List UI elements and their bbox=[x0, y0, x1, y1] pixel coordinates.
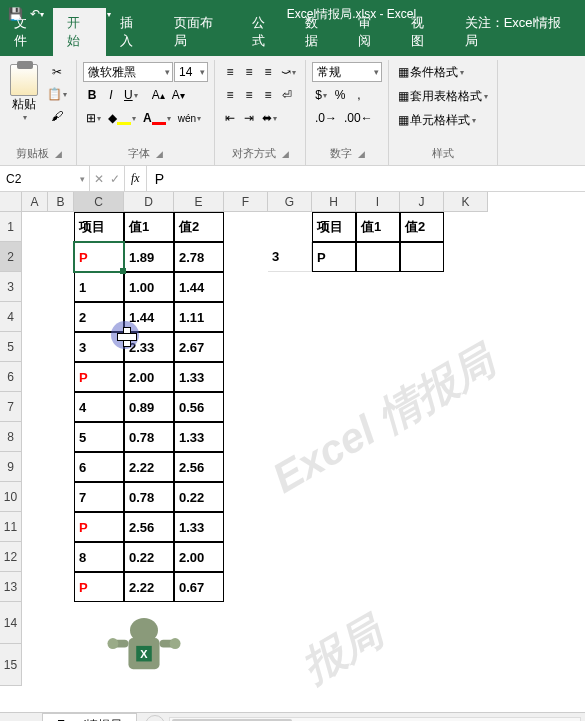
row-header-6[interactable]: 6 bbox=[0, 362, 22, 392]
border-button[interactable]: ⊞▾ bbox=[83, 108, 104, 128]
decrease-font-button[interactable]: A▾ bbox=[169, 85, 188, 105]
tab-custom[interactable]: 关注：Excel情报局 bbox=[451, 8, 585, 56]
row-header-14[interactable]: 14 bbox=[0, 602, 22, 644]
col-header-I[interactable]: I bbox=[356, 192, 400, 212]
col-header-F[interactable]: F bbox=[224, 192, 268, 212]
cell-C3[interactable]: 1 bbox=[74, 272, 124, 302]
align-center-button[interactable]: ≡ bbox=[240, 85, 258, 105]
col-header-K[interactable]: K bbox=[444, 192, 488, 212]
col-header-E[interactable]: E bbox=[174, 192, 224, 212]
bold-button[interactable]: B bbox=[83, 85, 101, 105]
sheet-nav-prev-icon[interactable]: ◀ bbox=[4, 718, 18, 722]
tab-data[interactable]: 数据 bbox=[291, 8, 344, 56]
tab-file[interactable]: 文件 bbox=[0, 8, 53, 56]
font-size-combo[interactable]: 14 bbox=[174, 62, 208, 82]
cell-E11[interactable]: 1.33 bbox=[174, 512, 224, 542]
row-header-5[interactable]: 5 bbox=[0, 332, 22, 362]
cell-E8[interactable]: 1.33 bbox=[174, 422, 224, 452]
font-name-combo[interactable]: 微软雅黑 bbox=[83, 62, 173, 82]
align-middle-button[interactable]: ≡ bbox=[240, 62, 258, 82]
cell-D1[interactable]: 值1 bbox=[124, 212, 174, 242]
cell-E6[interactable]: 1.33 bbox=[174, 362, 224, 392]
merge-button[interactable]: ⬌▾ bbox=[259, 108, 280, 128]
cell-C11[interactable]: P bbox=[74, 512, 124, 542]
italic-button[interactable]: I bbox=[102, 85, 120, 105]
row-header-1[interactable]: 1 bbox=[0, 212, 22, 242]
cell-C7[interactable]: 4 bbox=[74, 392, 124, 422]
cell-D13[interactable]: 2.22 bbox=[124, 572, 174, 602]
cell-D12[interactable]: 0.22 bbox=[124, 542, 174, 572]
increase-font-button[interactable]: A▴ bbox=[149, 85, 168, 105]
row-header-4[interactable]: 4 bbox=[0, 302, 22, 332]
align-top-button[interactable]: ≡ bbox=[221, 62, 239, 82]
clipboard-launcher-icon[interactable]: ◢ bbox=[55, 149, 62, 159]
font-color-button[interactable]: A▾ bbox=[140, 108, 174, 128]
tab-review[interactable]: 审阅 bbox=[344, 8, 397, 56]
row-header-2[interactable]: 2 bbox=[0, 242, 22, 272]
row-header-3[interactable]: 3 bbox=[0, 272, 22, 302]
tab-view[interactable]: 视图 bbox=[397, 8, 450, 56]
cell-E7[interactable]: 0.56 bbox=[174, 392, 224, 422]
decrease-decimal-button[interactable]: .00← bbox=[341, 108, 376, 128]
cell-E2[interactable]: 2.78 bbox=[174, 242, 224, 272]
number-format-combo[interactable]: 常规 bbox=[312, 62, 382, 82]
font-launcher-icon[interactable]: ◢ bbox=[156, 149, 163, 159]
cell-C8[interactable]: 5 bbox=[74, 422, 124, 452]
cut-button[interactable]: ✂ bbox=[44, 62, 70, 82]
cell-C6[interactable]: P bbox=[74, 362, 124, 392]
cell-E1[interactable]: 值2 bbox=[174, 212, 224, 242]
align-right-button[interactable]: ≡ bbox=[259, 85, 277, 105]
increase-indent-button[interactable]: ⇥ bbox=[240, 108, 258, 128]
cell-D3[interactable]: 1.00 bbox=[124, 272, 174, 302]
cell-C12[interactable]: 8 bbox=[74, 542, 124, 572]
format-painter-button[interactable]: 🖌 bbox=[44, 106, 70, 126]
cell-G2[interactable]: 3 bbox=[268, 242, 312, 272]
col-header-D[interactable]: D bbox=[124, 192, 174, 212]
cell-D10[interactable]: 0.78 bbox=[124, 482, 174, 512]
enter-formula-icon[interactable]: ✓ bbox=[110, 172, 120, 186]
cell-C9[interactable]: 6 bbox=[74, 452, 124, 482]
horizontal-scrollbar[interactable] bbox=[169, 717, 581, 722]
row-header-11[interactable]: 11 bbox=[0, 512, 22, 542]
cell-J1[interactable]: 值2 bbox=[400, 212, 444, 242]
worksheet-grid[interactable]: ABCDEFGHIJK 123456789101112131415 项目值1值2… bbox=[0, 192, 585, 712]
accounting-button[interactable]: $▾ bbox=[312, 85, 330, 105]
cell-D2[interactable]: 1.89 bbox=[124, 242, 174, 272]
underline-button[interactable]: U▾ bbox=[121, 85, 141, 105]
align-bottom-button[interactable]: ≡ bbox=[259, 62, 277, 82]
col-header-C[interactable]: C bbox=[74, 192, 124, 212]
sheet-tab[interactable]: Excel情报局 bbox=[42, 713, 137, 722]
row-header-7[interactable]: 7 bbox=[0, 392, 22, 422]
tab-insert[interactable]: 插入 bbox=[106, 8, 159, 56]
cell-D8[interactable]: 0.78 bbox=[124, 422, 174, 452]
cell-I2[interactable] bbox=[356, 242, 400, 272]
conditional-format-button[interactable]: ▦ 条件格式▾ bbox=[395, 62, 467, 82]
cell-C2[interactable]: P bbox=[74, 242, 124, 272]
tab-formulas[interactable]: 公式 bbox=[238, 8, 291, 56]
tab-page-layout[interactable]: 页面布局 bbox=[160, 8, 238, 56]
format-as-table-button[interactable]: ▦ 套用表格格式▾ bbox=[395, 86, 491, 106]
select-all-corner[interactable] bbox=[0, 192, 22, 212]
col-header-G[interactable]: G bbox=[268, 192, 312, 212]
row-header-12[interactable]: 12 bbox=[0, 542, 22, 572]
paste-button[interactable]: 粘贴 ▾ bbox=[8, 62, 40, 124]
wrap-text-button[interactable]: ⏎ bbox=[278, 85, 296, 105]
fx-icon[interactable]: fx bbox=[125, 166, 147, 191]
cell-H1[interactable]: 项目 bbox=[312, 212, 356, 242]
tab-home[interactable]: 开始 bbox=[53, 8, 106, 56]
row-header-10[interactable]: 10 bbox=[0, 482, 22, 512]
cell-C13[interactable]: P bbox=[74, 572, 124, 602]
cell-styles-button[interactable]: ▦ 单元格样式▾ bbox=[395, 110, 479, 130]
cell-E4[interactable]: 1.11 bbox=[174, 302, 224, 332]
cell-C10[interactable]: 7 bbox=[74, 482, 124, 512]
percent-button[interactable]: % bbox=[331, 85, 349, 105]
col-header-H[interactable]: H bbox=[312, 192, 356, 212]
cell-H2[interactable]: P bbox=[312, 242, 356, 272]
fill-color-button[interactable]: ◆▾ bbox=[105, 108, 139, 128]
col-header-J[interactable]: J bbox=[400, 192, 444, 212]
cell-E10[interactable]: 0.22 bbox=[174, 482, 224, 512]
cell-E5[interactable]: 2.67 bbox=[174, 332, 224, 362]
cell-E12[interactable]: 2.00 bbox=[174, 542, 224, 572]
row-header-9[interactable]: 9 bbox=[0, 452, 22, 482]
copy-button[interactable]: 📋▾ bbox=[44, 84, 70, 104]
